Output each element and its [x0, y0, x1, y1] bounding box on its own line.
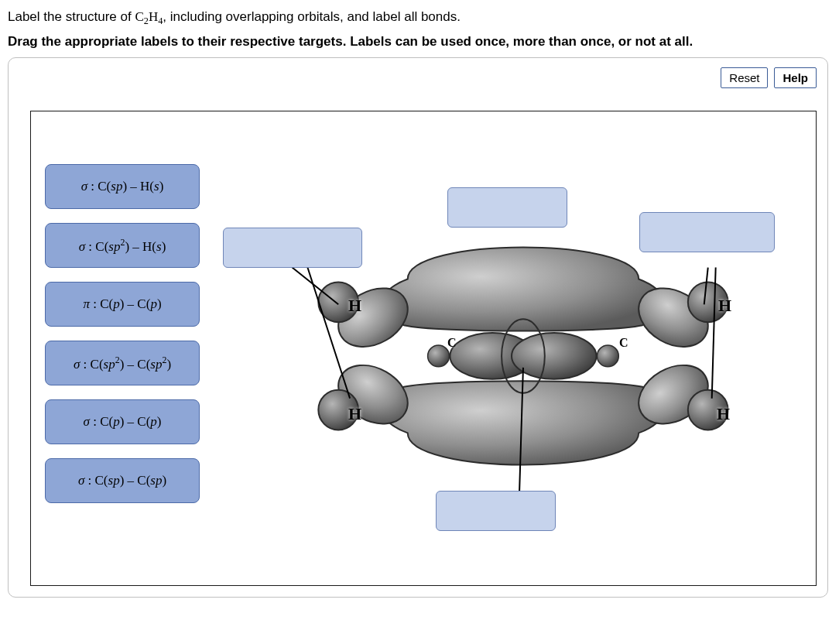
label-sigma-csp-csp[interactable]: σ : C(sp) – C(sp) — [45, 458, 200, 503]
svg-point-12 — [597, 345, 618, 367]
activity-panel: Reset Help σ : C(sp) – H(s) σ : C(sp2) –… — [8, 57, 828, 598]
atom-h-upper-right: H — [718, 296, 731, 316]
workspace: σ : C(sp) – H(s) σ : C(sp2) – H(s) π : C… — [30, 111, 817, 586]
svg-point-11 — [428, 345, 450, 367]
drop-target-left-ch[interactable] — [223, 228, 362, 268]
drop-target-bottom-sigma-cc[interactable] — [436, 491, 556, 531]
label-pi-cp-cp[interactable]: π : C(p) – C(p) — [45, 282, 200, 327]
label-sigma-csp2-hs[interactable]: σ : C(sp2) – H(s) — [45, 223, 200, 268]
question-line-1: Label the structure of C2H4, including o… — [8, 6, 831, 29]
orbital-diagram: H H H H C C — [215, 111, 816, 585]
atom-h-upper-left: H — [348, 296, 361, 316]
drop-target-top-pi[interactable] — [447, 187, 567, 228]
atom-c-right: C — [619, 336, 628, 350]
question-line-2: Drag the appropriate labels to their res… — [8, 34, 831, 50]
label-sigma-cp-cp[interactable]: σ : C(p) – C(p) — [45, 399, 200, 444]
label-bank: σ : C(sp) – H(s) σ : C(sp2) – H(s) π : C… — [45, 164, 200, 503]
label-sigma-csp2-csp2[interactable]: σ : C(sp2) – C(sp2) — [45, 341, 200, 385]
help-button[interactable]: Help — [774, 67, 817, 88]
reset-button[interactable]: Reset — [721, 67, 768, 88]
label-sigma-csp-hs[interactable]: σ : C(sp) – H(s) — [45, 164, 200, 209]
drop-target-right-ch[interactable] — [639, 212, 775, 252]
svg-point-1 — [512, 333, 596, 379]
atom-h-lower-right: H — [717, 404, 730, 424]
atom-h-lower-left: H — [348, 404, 361, 424]
atom-c-left: C — [447, 336, 457, 350]
